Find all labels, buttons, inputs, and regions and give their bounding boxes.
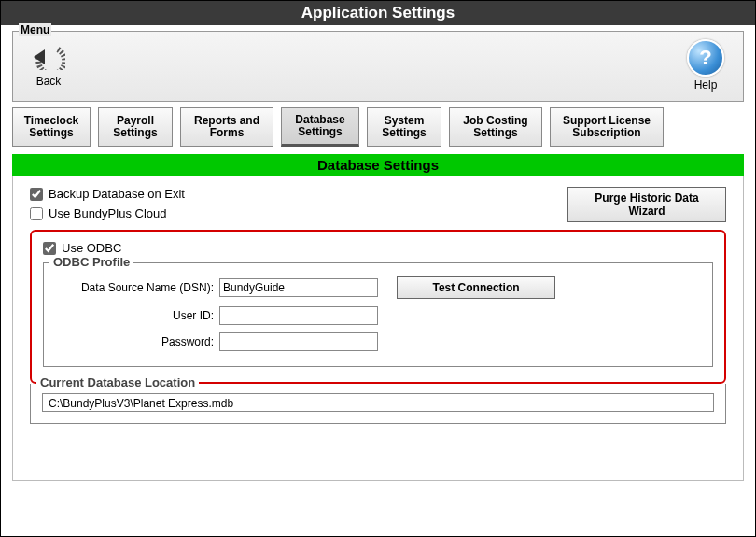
section-header: Database Settings: [12, 154, 744, 176]
backup-on-exit-checkbox[interactable]: [30, 188, 43, 201]
content-area: Backup Database on Exit Use BundyPlus Cl…: [12, 176, 744, 481]
back-label: Back: [32, 75, 65, 88]
app-title: Application Settings: [301, 4, 455, 21]
use-cloud-label: Use BundyPlus Cloud: [49, 206, 166, 220]
dsn-input[interactable]: [219, 278, 378, 297]
test-connection-button[interactable]: Test Connection: [397, 276, 555, 299]
back-button[interactable]: Back: [32, 43, 65, 88]
userid-input[interactable]: [219, 306, 378, 325]
tab-system-settings[interactable]: System Settings: [367, 107, 441, 147]
db-location-group: Current Database Location C:\BundyPlusV3…: [30, 384, 726, 424]
db-location-legend: Current Database Location: [36, 375, 199, 389]
section-title: Database Settings: [317, 157, 439, 173]
back-arrow-icon: [32, 43, 65, 71]
dsn-label: Data Source Name (DSN):: [55, 281, 214, 294]
backup-on-exit-label: Backup Database on Exit: [49, 187, 185, 201]
odbc-profile-legend: ODBC Profile: [49, 255, 133, 269]
title-bar: Application Settings: [1, 1, 755, 25]
tab-row: Timeclock Settings Payroll Settings Repo…: [12, 107, 744, 147]
use-odbc-checkbox[interactable]: [43, 242, 56, 255]
tab-payroll-settings[interactable]: Payroll Settings: [98, 107, 173, 147]
tab-job-costing-settings[interactable]: Job Costing Settings: [449, 107, 542, 147]
help-button[interactable]: ? Help: [687, 39, 724, 92]
odbc-highlight: Use ODBC ODBC Profile Data Source Name (…: [30, 230, 726, 384]
password-input[interactable]: [219, 332, 378, 351]
tab-database-settings[interactable]: Database Settings: [281, 107, 359, 147]
tab-reports-forms[interactable]: Reports and Forms: [180, 107, 273, 147]
menu-group: Menu Back ? Help: [12, 31, 744, 102]
tab-support-license[interactable]: Support License Subscription: [550, 107, 664, 147]
tab-timeclock-settings[interactable]: Timeclock Settings: [12, 107, 91, 147]
userid-label: User ID:: [55, 309, 214, 322]
help-label: Help: [687, 78, 724, 92]
password-label: Password:: [55, 335, 214, 348]
use-cloud-checkbox[interactable]: [30, 207, 43, 220]
odbc-profile-group: ODBC Profile Data Source Name (DSN): Tes…: [43, 262, 713, 367]
menu-legend: Menu: [19, 23, 51, 36]
help-icon: ?: [687, 39, 724, 77]
db-path-field[interactable]: C:\BundyPlusV3\Planet Express.mdb: [42, 393, 714, 412]
use-odbc-label: Use ODBC: [62, 241, 121, 255]
purge-wizard-button[interactable]: Purge Historic Data Wizard: [567, 187, 726, 222]
